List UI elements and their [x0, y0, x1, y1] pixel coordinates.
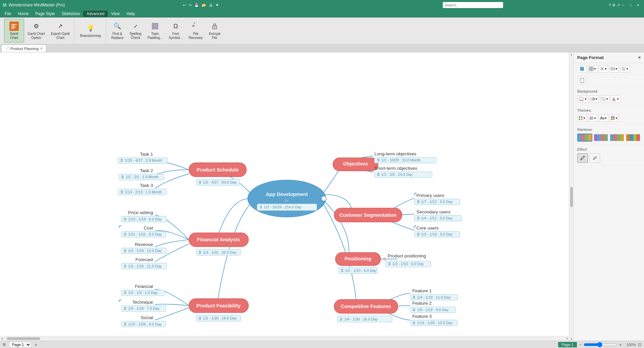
- topic-padding-button[interactable]: TopicPadding...: [145, 19, 165, 43]
- text-color-btn[interactable]: A ▼: [611, 95, 620, 103]
- canvas[interactable]: App Development ▷ 🗓 1/2 - 10/29 : 214.0 …: [0, 52, 574, 341]
- pencil-effect-btn[interactable]: [577, 153, 588, 163]
- redo-btn[interactable]: ↪: [189, 3, 192, 7]
- gantt-chart-button[interactable]: GanttChart: [4, 19, 24, 43]
- add-page-btn[interactable]: +: [35, 342, 37, 347]
- svg-text:Feature 2: Feature 2: [412, 301, 432, 306]
- scroll-left-btn[interactable]: ◄: [1, 337, 3, 340]
- find-replace-button[interactable]: 🔍 Find &Replace: [109, 19, 126, 43]
- rainbow-option-4[interactable]: [626, 134, 641, 142]
- rainbow-option-3[interactable]: [609, 134, 625, 142]
- panel-collapse-btn[interactable]: ✕: [638, 56, 641, 59]
- theme-font-btn[interactable]: Aa ▼: [599, 114, 608, 122]
- fit-btn[interactable]: ⊡: [638, 342, 641, 347]
- settings-icon[interactable]: ⚙: [612, 3, 615, 7]
- topic-padding-icon: [150, 21, 160, 31]
- brainstorming-button[interactable]: 💡 Brainstorming: [77, 19, 104, 43]
- gantt-group: GanttChart ⚙ Gantt ChartOption ↗ Export …: [2, 19, 75, 43]
- svg-rect-121: [612, 100, 616, 101]
- scroll-right-btn[interactable]: ►: [566, 337, 569, 340]
- layout-paint-btn[interactable]: [577, 65, 587, 72]
- horizontal-scrollbar[interactable]: ◄ ►: [0, 336, 569, 341]
- current-page-tab[interactable]: Page-1: [558, 342, 577, 347]
- distribute-arrow: ▼: [615, 67, 618, 70]
- print-btn[interactable]: 🖨: [209, 3, 213, 7]
- svg-text:🗓 1/21 - 1/31 : 8.0 Day: 🗓 1/21 - 1/31 : 8.0 Day: [123, 232, 162, 236]
- svg-text:🗓 1/4 - 1/11 : 5.0 Day: 🗓 1/4 - 1/11 : 5.0 Day: [417, 216, 453, 220]
- search-input[interactable]: [443, 2, 503, 8]
- toolbar: GanttChart ⚙ Gantt ChartOption ↗ Export …: [0, 17, 644, 44]
- share-icon[interactable]: ↗: [617, 3, 620, 7]
- spelling-check-button[interactable]: ✓ SpellingCheck: [127, 19, 144, 43]
- menu-file[interactable]: File: [1, 11, 14, 17]
- close-btn[interactable]: ✕: [635, 2, 641, 8]
- gradient-btn[interactable]: ▼: [589, 95, 599, 103]
- layout-grid-btn[interactable]: ▼: [588, 65, 597, 72]
- zoom-out-btn[interactable]: −: [579, 342, 582, 347]
- shape-btn[interactable]: [577, 77, 587, 84]
- marker-effect-btn[interactable]: [589, 153, 600, 163]
- zoom-in-btn[interactable]: +: [619, 342, 622, 347]
- export-gantt-icon: ↗: [56, 21, 65, 31]
- scroll-down-btn[interactable]: ▼: [570, 338, 573, 341]
- svg-text:−: −: [323, 197, 325, 201]
- effect-label: Effect:: [577, 147, 641, 151]
- layout-list-btn[interactable]: ▼: [620, 65, 630, 72]
- save-btn[interactable]: 💾: [194, 3, 199, 7]
- open-btn[interactable]: 📂: [202, 3, 206, 7]
- rainbow-option-2[interactable]: [593, 134, 608, 142]
- svg-text:🗓 1/2 - 2/5 : 24.0 Day: 🗓 1/2 - 2/5 : 24.0 Day: [377, 172, 413, 177]
- maximize-btn[interactable]: □: [627, 2, 634, 8]
- theme-grid-btn[interactable]: ▼: [577, 114, 587, 122]
- menu-view[interactable]: View: [108, 11, 123, 17]
- quick-access[interactable]: ▼: [215, 3, 219, 7]
- menu-slideshow[interactable]: Slideshow: [58, 11, 83, 17]
- export-gantt-button[interactable]: ↗ Export GanttChart: [48, 19, 72, 43]
- minimize-btn[interactable]: ─: [620, 2, 627, 8]
- effect-section: Effect:: [574, 145, 644, 166]
- gantt-chart-icon: [9, 21, 19, 31]
- theme-color-btn[interactable]: ▼: [609, 114, 619, 122]
- texture-btn[interactable]: ▼: [600, 95, 609, 103]
- tab-product-planning[interactable]: 📄 Product Planning ✕: [1, 45, 46, 52]
- vertical-scrollbar[interactable]: ▲ ▼: [569, 52, 574, 341]
- title-bar: M Wondershare MindMaster (Pro) ↩ ↪ 💾 📂 🖨…: [0, 0, 644, 10]
- menu-page-style[interactable]: Page Style: [32, 11, 58, 17]
- svg-rect-123: [581, 116, 583, 118]
- svg-text:Secondary users: Secondary users: [417, 209, 450, 214]
- svg-rect-1: [11, 26, 15, 26]
- menu-home[interactable]: Home: [14, 11, 32, 17]
- layout-distribute-btn[interactable]: ▼: [609, 65, 619, 72]
- help-icon[interactable]: ?: [609, 3, 611, 7]
- undo-btn[interactable]: ↩: [183, 3, 186, 7]
- menu-advanced[interactable]: Advanced: [83, 11, 108, 17]
- svg-text:Task 2: Task 2: [140, 168, 153, 173]
- layout-align-btn[interactable]: ▼: [599, 65, 608, 72]
- svg-text:🗓 1/14 - 2/13 : 1.0 Month: 🗓 1/14 - 2/13 : 1.0 Month: [120, 190, 162, 194]
- brainstorming-group: 💡 Brainstorming: [75, 19, 106, 43]
- scroll-up-btn[interactable]: ▲: [570, 53, 573, 56]
- app-icon: M: [3, 2, 7, 8]
- svg-text:🗓 1/4 - 1/19 : 11.0 Day: 🗓 1/4 - 1/19 : 11.0 Day: [412, 295, 451, 299]
- svg-rect-117: [604, 97, 605, 99]
- fill-color-btn[interactable]: ▼: [577, 95, 588, 103]
- svg-text:Price setting: Price setting: [128, 210, 153, 215]
- gantt-option-icon: ⚙: [32, 21, 41, 31]
- tab-close[interactable]: ✕: [40, 47, 43, 50]
- v-scroll-thumb[interactable]: [570, 187, 573, 207]
- h-scroll-thumb[interactable]: [7, 337, 40, 340]
- encrypt-file-button[interactable]: EncryptFile: [206, 19, 223, 43]
- gantt-chart-option-button[interactable]: ⚙ Gantt ChartOption: [25, 19, 48, 43]
- gantt-chart-label: GanttChart: [10, 32, 18, 40]
- svg-text:Financial Analysis: Financial Analysis: [197, 237, 240, 242]
- rainbow-option-1[interactable]: [577, 134, 592, 142]
- file-recovery-button[interactable]: FileRecovery: [186, 19, 206, 43]
- svg-rect-113: [579, 97, 583, 100]
- font-symbol-button[interactable]: Ω FontSymbol...: [166, 19, 185, 43]
- menu-help[interactable]: Help: [123, 11, 138, 17]
- layout-toolbar: ▼ ▼ ▼ ▼: [574, 63, 644, 75]
- page-selector[interactable]: Page-1: [9, 342, 31, 347]
- theme-layout-btn[interactable]: ▼: [588, 114, 597, 122]
- svg-point-130: [613, 116, 615, 118]
- zoom-slider[interactable]: [584, 342, 617, 347]
